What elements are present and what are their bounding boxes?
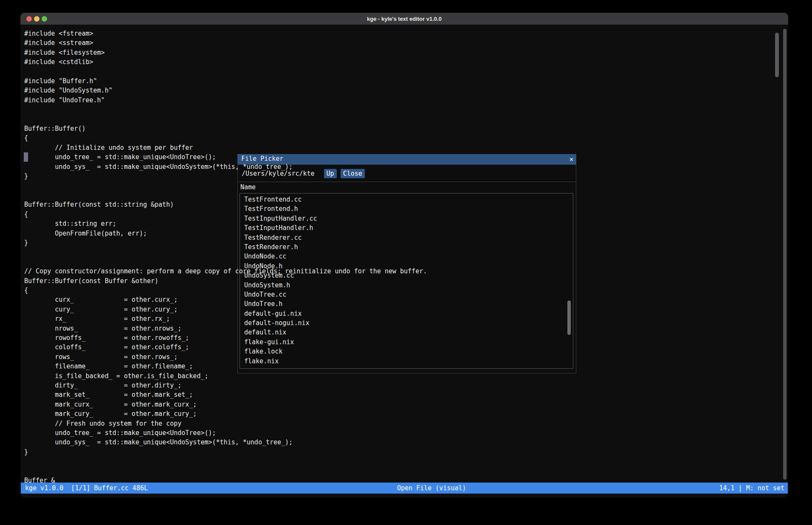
status-cursor-mark: 14,1 | M: not set [719, 483, 784, 493]
status-mode: Open File (visual) [397, 483, 466, 493]
window-title: kge - kyle's text editor v1.0.0 [20, 16, 788, 22]
status-bar: kge v1.0.0 [1/1] Buffer.cc 486L Open Fil… [21, 483, 788, 494]
code-editor[interactable]: #include <fstream> #include <sstream> #i… [20, 25, 788, 483]
close-window-icon[interactable] [26, 16, 32, 22]
zoom-window-icon[interactable] [42, 16, 47, 22]
status-app-info: kge v1.0.0 [1/1] Buffer.cc 486L [25, 483, 148, 493]
window-titlebar[interactable]: kge - kyle's text editor v1.0.0 [20, 13, 788, 25]
minimize-window-icon[interactable] [34, 16, 39, 22]
app-window: kge - kyle's text editor v1.0.0 #include… [20, 13, 788, 497]
code-text: #include <fstream> #include <sstream> #i… [20, 25, 788, 483]
